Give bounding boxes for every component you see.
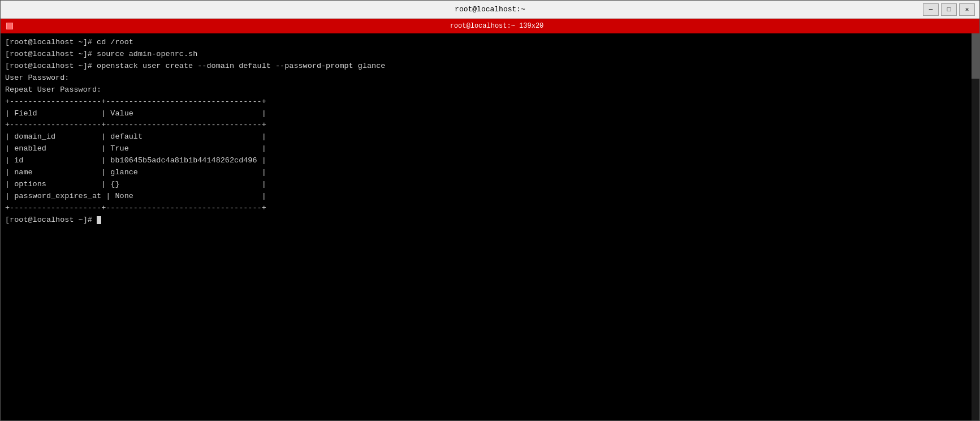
tab-icon (5, 22, 14, 31)
terminal-line-4: User Password: (5, 72, 975, 84)
terminal-line-2: [root@localhost ~]# source admin-openrc.… (5, 49, 975, 61)
terminal-line-10: | enabled | True | (5, 143, 975, 155)
terminal-line-3: [root@localhost ~]# openstack user creat… (5, 61, 975, 72)
terminal-line-7: | Field | Value | (5, 108, 975, 120)
minimize-button[interactable]: ─ (923, 3, 939, 16)
terminal-body[interactable]: [root@localhost ~]# cd /root [root@local… (1, 33, 979, 420)
close-button[interactable]: ✕ (959, 3, 975, 16)
scrollbar[interactable] (972, 33, 979, 420)
terminal-line-1: [root@localhost ~]# cd /root (5, 37, 975, 49)
window-title: root@localhost:~ (455, 5, 525, 14)
tab-title: root@localhost:~ 139x20 (19, 22, 975, 30)
terminal-line-13: | options | {} | (5, 179, 975, 191)
terminal-line-6: +--------------------+------------------… (5, 96, 975, 108)
terminal-line-15: +--------------------+------------------… (5, 203, 975, 214)
terminal-line-11: | id | bb10645b5adc4a81b1b44148262cd496 … (5, 155, 975, 167)
scrollbar-thumb[interactable] (972, 33, 979, 79)
terminal-line-14: | password_expires_at | None | (5, 191, 975, 203)
terminal-window: root@localhost:~ ─ □ ✕ root@localhost:~ … (0, 0, 980, 421)
maximize-button[interactable]: □ (941, 3, 957, 16)
terminal-line-9: | domain_id | default | (5, 131, 975, 143)
title-bar: root@localhost:~ ─ □ ✕ (1, 1, 979, 19)
terminal-line-12: | name | glance | (5, 167, 975, 179)
tab-bar: root@localhost:~ 139x20 (1, 19, 979, 33)
cursor (97, 216, 101, 224)
window-controls: ─ □ ✕ (923, 3, 975, 16)
terminal-line-5: Repeat User Password: (5, 84, 975, 96)
tab-icon-square (6, 23, 13, 29)
terminal-line-8: +--------------------+------------------… (5, 119, 975, 131)
terminal-line-16: [root@localhost ~]# (5, 214, 975, 226)
